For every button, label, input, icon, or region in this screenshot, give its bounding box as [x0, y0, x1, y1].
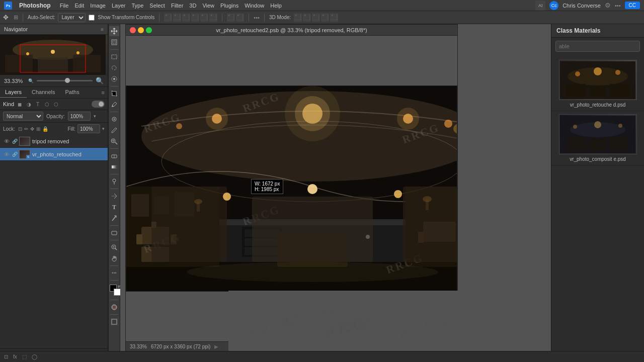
menu-view[interactable]: View [202, 3, 214, 9]
opacity-input[interactable] [68, 112, 91, 121]
align-right-icon[interactable]: ⬛ [182, 14, 190, 22]
tab-layers[interactable]: Layers [0, 87, 27, 98]
panels-menu-icon[interactable]: ≡ [102, 89, 105, 96]
status-icon-2[interactable]: fx [13, 354, 17, 359]
crop-tool[interactable] [109, 88, 119, 99]
canvas-expand-btn[interactable]: ▶ [214, 344, 218, 349]
window-close-btn[interactable] [130, 27, 136, 33]
blend-mode-select[interactable]: Normal Multiply Screen [3, 112, 43, 121]
3d-icon-5[interactable]: ⬛ [330, 14, 338, 22]
more-tools-btn[interactable]: ••• [109, 268, 119, 278]
eraser-tool[interactable] [109, 151, 119, 161]
eyedropper-tool[interactable] [109, 100, 119, 110]
lock-all-icon[interactable]: 🔒 [42, 126, 48, 132]
tab-paths[interactable]: Paths [60, 87, 85, 98]
menu-file[interactable]: File [60, 3, 69, 9]
navigator-zoom-row: 33.33% 🔍 🔍 [0, 75, 108, 86]
healing-brush-tool[interactable] [109, 114, 119, 124]
lock-artboard-icon[interactable]: ⊞ [36, 126, 40, 132]
menu-3d[interactable]: 3D [189, 3, 196, 9]
show-transform-checkbox[interactable] [89, 15, 95, 21]
menu-select[interactable]: Select [149, 3, 165, 9]
dist-icon-1[interactable]: ⬛ [227, 14, 235, 22]
quick-mask-btn[interactable] [109, 302, 119, 312]
lock-paint-icon[interactable]: ✏ [24, 126, 28, 132]
chevron-down-icon[interactable]: ▾ [94, 114, 96, 119]
move-tool[interactable] [109, 26, 119, 36]
screen-mode-btn[interactable] [109, 317, 119, 327]
zoom-slider[interactable] [37, 80, 93, 81]
filter-icon-shape[interactable]: ⬡ [43, 101, 50, 108]
canvas-area: vr_photo_retouched2.psb @ 33.3% (tripod … [120, 24, 551, 362]
status-icon-1[interactable]: ⊡ [4, 354, 8, 359]
menu-edit[interactable]: Edit [74, 3, 84, 9]
align-left-icon[interactable]: ⬛ [164, 14, 172, 22]
more-options-icon[interactable]: ••• [615, 3, 621, 9]
filter-icon-adjust[interactable]: ◑ [25, 101, 32, 108]
zoom-value-display[interactable]: 33.33% [4, 78, 25, 84]
pen-tool[interactable] [109, 191, 119, 201]
menu-plugins[interactable]: Plugins [220, 3, 238, 9]
menu-filter[interactable]: Filter [171, 3, 183, 9]
align-middle-icon[interactable]: ⬛ [200, 14, 208, 22]
menu-type[interactable]: Type [131, 3, 143, 9]
tab-channels[interactable]: Channels [27, 87, 60, 98]
status-icon-3[interactable]: ⬚ [22, 354, 27, 359]
artboard-tool[interactable] [109, 37, 119, 47]
status-icon-4[interactable]: ◯ [32, 354, 37, 359]
rectangular-marquee-tool[interactable] [109, 52, 119, 62]
3d-icon-1[interactable]: ⬛ [294, 14, 302, 22]
background-color[interactable] [114, 289, 121, 296]
more-options-btn[interactable]: ••• [254, 15, 260, 21]
fill-chevron-icon[interactable]: ▾ [102, 126, 105, 131]
dodge-tool[interactable] [109, 176, 119, 187]
layer-item-tripod[interactable]: 👁 🔗 tripod removed [0, 135, 108, 148]
align-bottom-icon[interactable]: ⬛ [209, 14, 217, 22]
navigator-thumbnail[interactable] [0, 35, 108, 75]
path-select-tool[interactable] [109, 213, 119, 223]
layer-visibility-eye-2[interactable]: 👁 [3, 151, 10, 157]
menu-window[interactable]: Window [245, 3, 264, 9]
3d-icon-3[interactable]: ⬛ [312, 14, 320, 22]
settings-icon[interactable]: ⚙ [605, 2, 611, 9]
fill-input[interactable] [77, 124, 100, 133]
window-minimize-btn[interactable] [138, 27, 144, 33]
layer-visibility-eye[interactable]: 👁 [3, 138, 10, 144]
auto-select-dropdown[interactable]: Layer Group [58, 13, 86, 22]
window-maximize-btn[interactable] [146, 27, 152, 33]
cc-button[interactable]: CC [625, 2, 640, 9]
svg-rect-58 [423, 222, 456, 242]
type-tool[interactable]: T [109, 202, 119, 212]
svg-point-38 [453, 123, 457, 135]
align-top-icon[interactable]: ⬛ [191, 14, 199, 22]
lock-transparent-icon[interactable]: ⊡ [18, 126, 22, 132]
navigator-menu-icon[interactable]: ≡ [101, 27, 104, 32]
filter-icon-pixel[interactable]: ◼ [16, 101, 23, 108]
rectangle-tool[interactable] [109, 228, 119, 238]
filter-toggle[interactable] [92, 101, 105, 108]
menu-help[interactable]: Help [270, 3, 282, 9]
lasso-tool[interactable] [109, 63, 119, 73]
hand-tool[interactable] [109, 253, 119, 263]
gradient-tool[interactable] [109, 162, 119, 172]
zoom-tool[interactable] [109, 242, 119, 252]
color-swatches[interactable]: ⇄ [110, 285, 121, 296]
clone-stamp-tool[interactable] [109, 136, 119, 146]
svg-rect-25 [112, 319, 117, 324]
cc-file-item-1[interactable]: vr_photo_retouche d.psd [551, 57, 644, 111]
filter-icon-type[interactable]: T [34, 101, 41, 108]
filter-icon-smart[interactable]: ⬡ [52, 101, 59, 108]
cc-file-item-2[interactable]: vr_photo_composit e.psd [551, 111, 644, 165]
lock-row: Lock: ⊡ ✏ ✥ ⊞ 🔒 Fill: ▾ [0, 122, 108, 135]
3d-icon-4[interactable]: ⬛ [321, 14, 329, 22]
brush-tool[interactable] [109, 125, 119, 135]
3d-icon-2[interactable]: ⬛ [303, 14, 311, 22]
menu-layer[interactable]: Layer [112, 3, 126, 9]
align-center-icon[interactable]: ⬛ [173, 14, 181, 22]
menu-image[interactable]: Image [90, 3, 106, 9]
layer-item-vr-photo[interactable]: 👁 🔗 S vr_photo_retouched [0, 148, 108, 161]
quick-select-tool[interactable] [109, 74, 119, 84]
cc-search-input[interactable] [555, 41, 640, 52]
lock-position-icon[interactable]: ✥ [30, 126, 34, 132]
dist-icon-2[interactable]: ⬛ [236, 14, 244, 22]
